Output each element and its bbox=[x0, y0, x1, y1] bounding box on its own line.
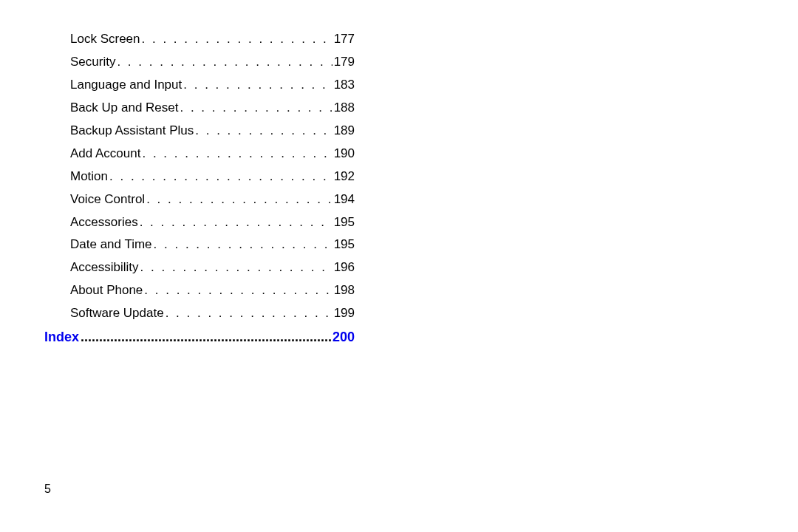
toc-entry: Software Update 199 bbox=[70, 305, 355, 322]
toc-entry: Accessories 195 bbox=[70, 214, 355, 231]
toc-entry: Lock Screen 177 bbox=[70, 31, 355, 48]
toc-title: Voice Control bbox=[70, 191, 145, 208]
toc-entry: Backup Assistant Plus 189 bbox=[70, 123, 355, 140]
toc-entry-index: Index 200 bbox=[70, 328, 355, 346]
toc-title: Lock Screen bbox=[70, 31, 140, 48]
toc-page: 195 bbox=[334, 236, 355, 253]
toc-page: 194 bbox=[334, 191, 355, 208]
toc-leader bbox=[166, 305, 332, 322]
toc-entry: Add Account 190 bbox=[70, 146, 355, 163]
toc-page: 192 bbox=[334, 168, 355, 185]
toc-page: 198 bbox=[334, 282, 355, 299]
toc-title: Add Account bbox=[70, 146, 140, 163]
toc-page: 199 bbox=[334, 305, 355, 322]
toc-leader bbox=[180, 100, 332, 117]
toc-page: 195 bbox=[334, 214, 355, 231]
toc-leader bbox=[81, 328, 331, 346]
toc-leader bbox=[140, 259, 332, 276]
toc-title: About Phone bbox=[70, 282, 143, 299]
toc-title: Accessibility bbox=[70, 259, 139, 276]
toc-entry: Back Up and Reset 188 bbox=[70, 100, 355, 117]
toc-leader bbox=[195, 123, 332, 140]
toc-title: Date and Time bbox=[70, 236, 152, 253]
toc-leader bbox=[142, 146, 332, 163]
toc-title: Motion bbox=[70, 168, 108, 185]
toc-title: Language and Input bbox=[70, 77, 182, 94]
toc-entry: Security 179 bbox=[70, 54, 355, 71]
toc-leader bbox=[117, 54, 332, 71]
toc-title: Backup Assistant Plus bbox=[70, 123, 194, 140]
toc-entry: Accessibility 196 bbox=[70, 259, 355, 276]
toc-leader bbox=[142, 31, 332, 48]
toc-title: Back Up and Reset bbox=[70, 100, 178, 117]
toc-title: Security bbox=[70, 54, 115, 71]
toc-entry: Voice Control 194 bbox=[70, 191, 355, 208]
toc-leader bbox=[109, 168, 332, 185]
table-of-contents: Lock Screen 177 Security 179 Language an… bbox=[70, 31, 355, 352]
toc-leader bbox=[144, 282, 332, 299]
toc-entry: About Phone 198 bbox=[70, 282, 355, 299]
toc-page: 200 bbox=[332, 328, 355, 346]
toc-entry: Motion 192 bbox=[70, 168, 355, 185]
toc-page: 179 bbox=[334, 54, 355, 71]
page-number: 5 bbox=[44, 482, 51, 496]
toc-entry: Language and Input 183 bbox=[70, 77, 355, 94]
toc-leader bbox=[154, 236, 332, 253]
toc-entry: Date and Time 195 bbox=[70, 236, 355, 253]
toc-page: 189 bbox=[334, 123, 355, 140]
toc-title: Software Update bbox=[70, 305, 164, 322]
toc-leader bbox=[146, 191, 332, 208]
toc-leader bbox=[140, 214, 332, 231]
toc-title: Accessories bbox=[70, 214, 138, 231]
toc-leader bbox=[183, 77, 332, 94]
toc-page: 196 bbox=[334, 259, 355, 276]
toc-page: 183 bbox=[334, 77, 355, 94]
toc-page: 190 bbox=[334, 146, 355, 163]
toc-page: 177 bbox=[334, 31, 355, 48]
toc-title: Index bbox=[44, 328, 79, 346]
toc-page: 188 bbox=[334, 100, 355, 117]
